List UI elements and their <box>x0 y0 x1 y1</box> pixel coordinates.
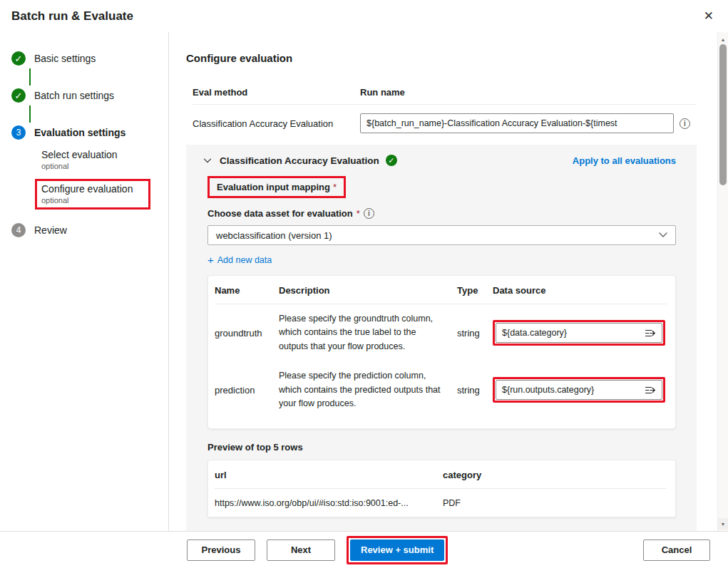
scrollbar-thumb[interactable] <box>719 44 727 185</box>
step-connector <box>29 105 31 123</box>
run-name-cell: i <box>360 113 697 133</box>
substep-label: Configure evaluation <box>41 183 133 195</box>
evaluation-substeps: Select evaluation optional Configure eva… <box>41 149 168 210</box>
wizard-steps-sidebar: ✓ Basic settings ✓ Batch run settings 3 … <box>0 32 169 531</box>
preview-table: url category https://www.iso.org/obp/ui/… <box>207 460 676 517</box>
required-asterisk: * <box>357 208 360 219</box>
col-category: category <box>443 470 667 480</box>
step-label: Batch run settings <box>34 90 114 101</box>
chevron-down-icon[interactable] <box>202 155 213 166</box>
step-label: Review <box>34 224 67 236</box>
data-asset-selected-value: webclassification (version 1) <box>216 230 332 241</box>
step-connector <box>29 68 31 86</box>
preview-url-value: https://www.iso.org/obp/ui/#iso:std:iso:… <box>215 498 443 508</box>
substep-configure-evaluation[interactable]: Configure evaluation optional <box>41 183 133 205</box>
col-data-source: Data source <box>493 285 667 296</box>
evaluation-name-title: Classification Accuracy Evaluation <box>220 155 379 166</box>
previous-button[interactable]: Previous <box>187 539 255 561</box>
evaluation-valid-check-icon: ✓ <box>386 155 397 166</box>
run-name-input[interactable] <box>360 113 674 133</box>
dialog-title: Batch run & Evaluate <box>11 9 133 24</box>
table-row: groundtruth Please specify the groundtru… <box>215 304 667 361</box>
mapping-description: Please specify the groundtruth column, w… <box>279 312 457 353</box>
batch-run-evaluate-dialog: Batch run & Evaluate ✕ ✓ Basic settings … <box>0 0 728 568</box>
next-button[interactable]: Next <box>267 539 335 561</box>
col-url: url <box>215 470 443 480</box>
eval-method-row: Classification Accuracy Evaluation i <box>193 105 697 143</box>
step-complete-check-icon: ✓ <box>11 88 26 103</box>
evaluation-section-header: Classification Accuracy Evaluation ✓ App… <box>202 155 676 166</box>
substep-optional-tag: optional <box>41 196 133 205</box>
table-row: prediction Please specify the prediction… <box>215 361 667 418</box>
step-label: Evaluation settings <box>34 127 125 138</box>
review-submit-button[interactable]: Review + submit <box>350 539 444 561</box>
col-name: Name <box>215 285 279 296</box>
choose-data-asset-label: Choose data asset for evaluation <box>207 208 353 219</box>
required-asterisk: * <box>333 182 337 192</box>
col-type: Type <box>457 285 493 296</box>
prediction-data-source-annotation-box <box>493 377 665 403</box>
groundtruth-data-source-input[interactable] <box>498 328 644 338</box>
mapping-name: groundtruth <box>215 328 279 339</box>
step-evaluation-settings[interactable]: 3 Evaluation settings <box>11 125 168 140</box>
input-mapping-table: Name Description Type Data source ground… <box>207 275 676 429</box>
scroll-down-icon[interactable]: ▼ <box>718 518 728 530</box>
info-icon[interactable]: i <box>364 208 374 219</box>
step-complete-check-icon: ✓ <box>11 51 26 66</box>
groundtruth-data-source-annotation-box <box>493 320 665 346</box>
cancel-button[interactable]: Cancel <box>643 539 710 561</box>
expression-builder-icon[interactable] <box>644 328 657 339</box>
page-title: Configure evaluation <box>186 52 717 64</box>
mapping-name: prediction <box>215 385 279 396</box>
prediction-data-source-input[interactable] <box>498 385 644 395</box>
review-submit-annotation-box: Review + submit <box>347 536 448 564</box>
vertical-scrollbar[interactable]: ▲ ▼ <box>717 32 728 531</box>
preview-label: Preview of top 5 rows <box>207 442 676 453</box>
add-new-data-link[interactable]: + Add new data <box>207 254 272 265</box>
mapping-description: Please specify the prediction column, wh… <box>279 369 457 410</box>
evaluation-section: Classification Accuracy Evaluation ✓ App… <box>186 145 697 531</box>
eval-method-table-header: Eval method Run name <box>193 87 697 105</box>
plus-icon: + <box>207 254 214 265</box>
groundtruth-data-source-field <box>496 323 662 343</box>
evaluation-input-mapping-annotation-box: Evaluation input mapping * <box>207 176 346 198</box>
mapping-table-header-row: Name Description Type Data source <box>215 285 667 304</box>
apply-to-all-evaluations-link[interactable]: Apply to all evaluations <box>573 155 676 166</box>
step-batch-run-settings[interactable]: ✓ Batch run settings <box>11 88 168 103</box>
step-basic-settings[interactable]: ✓ Basic settings <box>11 51 168 66</box>
close-icon[interactable]: ✕ <box>701 7 717 25</box>
scroll-up-icon[interactable]: ▲ <box>718 33 728 45</box>
mapping-type: string <box>457 328 493 339</box>
step-number-icon: 4 <box>11 223 26 237</box>
data-asset-dropdown[interactable]: webclassification (version 1) <box>207 225 676 245</box>
eval-method-value: Classification Accuracy Evaluation <box>193 118 360 129</box>
preview-category-value: PDF <box>443 498 667 508</box>
run-name-column-header: Run name <box>360 87 697 98</box>
expression-builder-icon[interactable] <box>644 385 657 396</box>
step-review[interactable]: 4 Review <box>11 222 168 238</box>
chevron-down-icon <box>659 232 667 238</box>
dialog-footer: Previous Next Review + submit Cancel <box>0 531 728 568</box>
step-label: Basic settings <box>34 53 96 64</box>
preview-header-row: url category <box>215 470 667 489</box>
table-row: https://www.iso.org/obp/ui/#iso:std:iso:… <box>215 489 667 517</box>
step-number-icon: 3 <box>11 125 26 140</box>
prediction-data-source-field <box>496 380 662 400</box>
eval-method-column-header: Eval method <box>193 87 360 98</box>
configure-evaluation-annotation-box: Configure evaluation optional <box>35 179 150 210</box>
info-icon[interactable]: i <box>680 118 690 129</box>
substep-select-evaluation[interactable]: Select evaluation optional <box>41 149 168 170</box>
data-asset-label-row: Choose data asset for evaluation * i <box>207 208 676 219</box>
dialog-header: Batch run & Evaluate ✕ <box>0 0 728 32</box>
col-description: Description <box>279 285 457 296</box>
substep-label: Select evaluation <box>41 149 168 160</box>
evaluation-input-mapping-label: Evaluation input mapping <box>217 182 330 192</box>
configure-evaluation-panel: Configure evaluation Eval method Run nam… <box>170 32 717 531</box>
substep-optional-tag: optional <box>41 162 168 170</box>
mapping-type: string <box>457 385 493 396</box>
add-new-data-label: Add new data <box>217 255 272 265</box>
